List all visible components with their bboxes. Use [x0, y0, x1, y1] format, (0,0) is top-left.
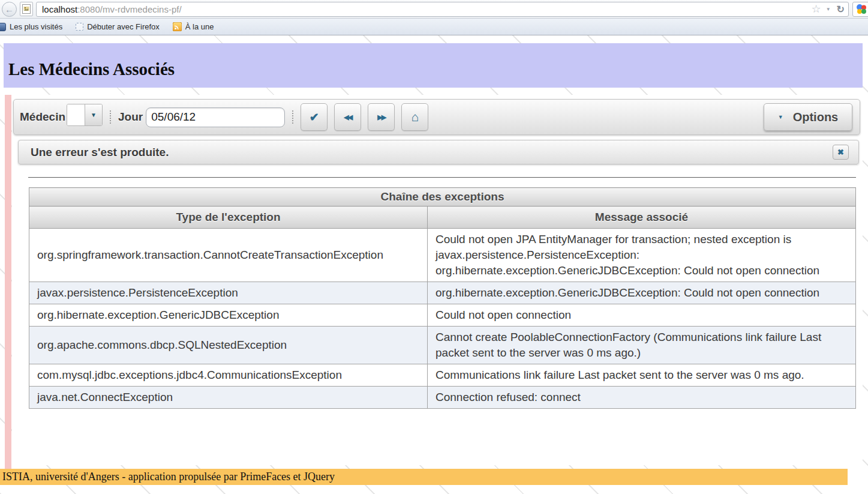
close-error-button[interactable]: ✖: [833, 145, 849, 160]
table-row: org.springframework.transaction.CannotCr…: [29, 229, 856, 282]
options-label: Options: [793, 110, 839, 124]
bookmark-getting-started[interactable]: Débuter avec Firefox: [76, 22, 160, 31]
exception-type-cell: org.apache.commons.dbcp.SQLNestedExcepti…: [29, 327, 428, 364]
placeholder-favicon-icon: [76, 23, 83, 31]
bookmark-label: À la une: [185, 22, 214, 31]
bookmark-star-icon[interactable]: ☆: [812, 2, 821, 16]
exception-type-cell: javax.persistence.PersistenceException: [29, 282, 428, 304]
table-caption: Chaîne des exceptions: [29, 188, 856, 206]
page-title: Les Médecins Associés: [4, 52, 175, 79]
error-message-text: Une erreur s'est produite.: [31, 146, 833, 159]
options-button[interactable]: ▼ Options: [764, 103, 852, 131]
table-row: org.apache.commons.dbcp.SQLNestedExcepti…: [29, 327, 856, 364]
google-search-icon: [856, 4, 867, 14]
exception-type-cell: org.hibernate.exception.GenericJDBCExcep…: [29, 304, 428, 327]
exception-type-cell: java.net.ConnectException: [29, 387, 428, 409]
validate-button[interactable]: ✔: [301, 103, 328, 131]
left-margin-strip: [5, 95, 11, 469]
page-favicon-icon: [22, 4, 31, 14]
search-box[interactable]: [852, 2, 868, 17]
toolbar-separator: [292, 110, 293, 124]
bookmark-label: Débuter avec Firefox: [87, 22, 160, 31]
exception-message-cell: org.hibernate.exception.GenericJDBCExcep…: [435, 285, 833, 301]
medecin-select-value: [67, 104, 85, 125]
chevron-down-icon: ▼: [778, 114, 783, 120]
content-panel: Médecin ▼ Jour ✔ ◀◀ ▶▶ ⌂ ▼ Options Une e…: [12, 95, 863, 465]
table-row: javax.persistence.PersistenceException o…: [29, 282, 856, 304]
previous-day-button[interactable]: ◀◀: [334, 103, 361, 131]
table-row: com.mysql.jdbc.exceptions.jdbc4.Communic…: [29, 364, 856, 387]
exceptions-table: Chaîne des exceptions Type de l'exceptio…: [29, 187, 856, 409]
back-button[interactable]: ←: [2, 2, 17, 17]
seek-next-icon: ▶▶: [377, 113, 385, 121]
exception-message-cell: Could not open connection: [435, 307, 833, 323]
exception-message-cell: Connection refused: connect: [435, 390, 833, 405]
exception-message-cell: Communications link failure Last packet …: [435, 367, 833, 383]
bookmarks-bar: Les plus visités Débuter avec Firefox À …: [0, 19, 868, 35]
app-header-banner: Les Médecins Associés: [4, 43, 863, 88]
column-header-type: Type de l'exception: [29, 206, 428, 229]
bookmark-label: Les plus visités: [10, 22, 62, 31]
column-header-message: Message associé: [428, 206, 856, 229]
url-host: localhost: [42, 4, 77, 14]
exception-type-cell: com.mysql.jdbc.exceptions.jdbc4.Communic…: [29, 364, 428, 387]
home-icon: ⌂: [411, 110, 419, 124]
favicon-box: [20, 2, 33, 16]
footer-bar: ISTIA, université d'Angers - application…: [0, 469, 848, 485]
url-dropdown-icon[interactable]: ▼: [826, 7, 831, 12]
divider: [28, 177, 856, 178]
check-icon: ✔: [310, 110, 319, 124]
chevron-down-icon[interactable]: ▼: [85, 104, 102, 125]
exception-message-cell: Cannot create PoolableConnectionFactory …: [435, 330, 833, 361]
jour-label: Jour: [118, 110, 143, 124]
toolbar-separator: [110, 110, 111, 124]
reload-icon[interactable]: ↻: [837, 4, 845, 15]
most-visited-icon: [0, 23, 6, 31]
exception-message-cell: Could not open JPA EntityManager for tra…: [435, 232, 833, 279]
next-day-button[interactable]: ▶▶: [368, 103, 395, 131]
bookmark-latest-headlines[interactable]: À la une: [173, 22, 214, 31]
url-path: :8080/mv-rdvmedecins-pf/: [77, 4, 811, 14]
live-bookmark-icon: [173, 22, 182, 31]
home-button[interactable]: ⌂: [401, 103, 428, 131]
footer-text: ISTIA, université d'Angers - application…: [2, 471, 335, 483]
error-message-bar: Une erreur s'est produite. ✖: [18, 140, 859, 164]
browser-toolbar: ← localhost :8080/mv-rdvmedecins-pf/ ☆ ▼…: [0, 0, 868, 19]
url-bar[interactable]: localhost :8080/mv-rdvmedecins-pf/ ☆ ▼ ↻: [36, 2, 849, 17]
medecin-select[interactable]: ▼: [67, 104, 103, 126]
close-icon: ✖: [837, 148, 844, 157]
table-row: java.net.ConnectException Connection ref…: [29, 387, 856, 409]
seek-prev-icon: ◀◀: [344, 113, 352, 121]
exception-type-cell: org.springframework.transaction.CannotCr…: [29, 229, 428, 282]
jour-input[interactable]: [146, 107, 285, 127]
table-row: org.hibernate.exception.GenericJDBCExcep…: [29, 304, 856, 327]
app-toolbar: Médecin ▼ Jour ✔ ◀◀ ▶▶ ⌂ ▼ Options: [13, 99, 860, 135]
bookmark-most-visited[interactable]: Les plus visités: [0, 22, 62, 31]
medecin-label: Médecin: [20, 110, 65, 124]
